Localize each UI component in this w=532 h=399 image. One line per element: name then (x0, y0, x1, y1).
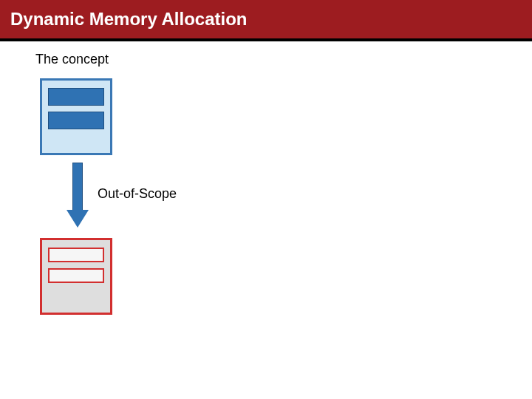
memory-box-out-of-scope (40, 238, 112, 315)
slide-title: Dynamic Memory Allocation (10, 9, 248, 30)
arrow-shaft (72, 163, 83, 211)
arrow-down-icon (66, 163, 89, 229)
allocated-slot (48, 88, 104, 106)
freed-slot (48, 268, 104, 283)
slide-header: Dynamic Memory Allocation (0, 0, 532, 41)
freed-slot (48, 248, 104, 262)
allocated-slot (48, 112, 104, 129)
subtitle: The concept (35, 52, 109, 67)
memory-box-in-scope (40, 78, 112, 155)
arrow-head (66, 210, 89, 228)
slide-body: The concept Out-of-Scope (0, 41, 532, 399)
arrow-label: Out-of-Scope (98, 186, 177, 202)
